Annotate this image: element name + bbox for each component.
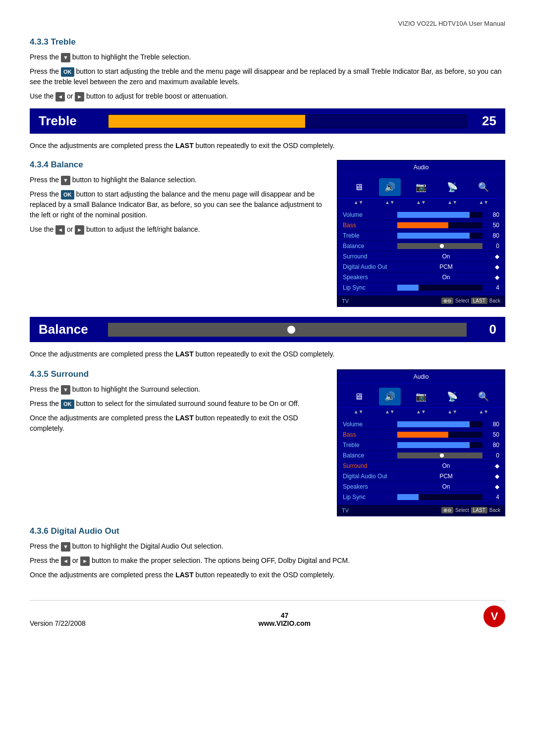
osd2-bar-volume: [397, 421, 482, 427]
osd2-arr-2: ▲▼: [385, 409, 395, 414]
btn-dao2b-icon: ►: [80, 556, 90, 566]
osd2-label-bass: Bass: [343, 431, 397, 438]
osd1-fill-treble: [397, 233, 470, 239]
treble-p2: Press the OK button to start adjusting t…: [30, 66, 505, 87]
osd2-fill-bass: [397, 432, 448, 438]
osd1-val-balance: 0: [485, 243, 499, 250]
osd1-icon-3: 📷: [410, 178, 432, 196]
osd1-footer-tv: TV: [342, 298, 349, 304]
osd2-icon-3: 📷: [410, 388, 432, 405]
btn-s2-icon: OK: [61, 400, 74, 409]
osd1-arr-4: ▲▼: [447, 200, 457, 205]
osd1-label-balance: Balance: [343, 243, 397, 250]
osd1-arr-3: ▲▼: [416, 200, 426, 205]
balance-bar-area: [108, 323, 467, 337]
btn-l2-icon: ◄: [55, 225, 65, 235]
osd-screenshot-1: Audio 🖥 🔊 📷 📡 🔍 ▲▼ ▲▼ ▲▼ ▲▼ ▲▼ Volume: [337, 160, 505, 307]
dao-p2: Press the ◄ or ► button to make the prop…: [30, 555, 505, 566]
section-balance-left: 4.3.4 Balance Press the ▼ button to high…: [30, 160, 325, 307]
osd2-footer-btns: ⊕⊖ Select LAST Back: [441, 507, 500, 513]
page-footer: Version 7/22/2008 47 www.VIZIO.com V: [30, 600, 505, 627]
osd-box-1: Audio 🖥 🔊 📷 📡 🔍 ▲▼ ▲▼ ▲▼ ▲▼ ▲▼ Volume: [337, 160, 505, 307]
osd1-fill-volume: [397, 212, 470, 218]
osd2-btn-last: LAST: [471, 507, 487, 513]
osd2-row-bass: Bass 50: [343, 430, 499, 440]
footer-website: www.VIZIO.com: [259, 619, 311, 627]
osd1-label-lipsync: Lip Sync: [343, 284, 397, 291]
osd2-footer: TV ⊕⊖ Select LAST Back: [338, 504, 504, 515]
btn-r2-icon: ►: [75, 225, 84, 235]
osd2-val-lipsync: 4: [485, 494, 499, 501]
section-dao-title: 4.3.6 Digital Audio Out: [30, 526, 505, 536]
osd2-row-lipsync: Lip Sync 4: [343, 492, 499, 503]
osd1-arr-dao: ◆: [495, 263, 499, 270]
osd1-text-dao: PCM: [397, 263, 495, 270]
osd2-label-surround: Surround: [343, 462, 397, 469]
section-dao: 4.3.6 Digital Audio Out Press the ▼ butt…: [30, 526, 505, 580]
osd2-text-surround: On: [397, 462, 495, 469]
osd2-header: Audio: [338, 370, 504, 384]
treble-after: Once the adjustments are completed press…: [30, 141, 505, 151]
osd1-footer: TV ⊕⊖ Select LAST Back: [338, 295, 504, 306]
osd2-row-surround: Surround On ◆: [343, 461, 499, 471]
osd2-val-bass: 50: [485, 431, 499, 438]
treble-bar-value: 25: [477, 113, 496, 129]
osd1-body: Volume 80 Bass 50 Treble: [338, 208, 504, 295]
btn-icon-2: OK: [61, 67, 74, 77]
osd1-arr-5: ▲▼: [479, 200, 488, 205]
osd1-icon-5: 🔍: [473, 178, 494, 196]
surround-p3: Once the adjustments are completed press…: [30, 413, 325, 434]
balance-p2: Press the OK button to start adjusting t…: [30, 189, 325, 220]
section-surround-left: 4.3.5 Surround Press the ▼ button to hig…: [30, 369, 325, 516]
osd2-fill-volume: [397, 421, 470, 427]
osd1-text-surround: On: [397, 253, 495, 260]
osd1-footer-btns: ⊕⊖ Select LAST Back: [441, 298, 500, 304]
balance-bar-value: 0: [477, 322, 496, 337]
osd2-btn-select: ⊕⊖: [441, 507, 453, 513]
osd1-icon-2: 🔊: [379, 178, 401, 196]
treble-bar-label: Treble: [39, 113, 98, 129]
osd2-label-volume: Volume: [343, 421, 397, 428]
osd1-val-lipsync: 4: [485, 284, 499, 291]
osd1-header: Audio: [338, 161, 504, 174]
osd2-dot-balance: [440, 454, 444, 457]
manual-title: VIZIO VO22L HDTV10A User Manual: [398, 20, 505, 27]
osd2-arrows-row: ▲▼ ▲▼ ▲▼ ▲▼ ▲▼: [338, 408, 504, 417]
osd1-row-balance: Balance 0: [343, 241, 499, 252]
osd2-text-speakers: On: [397, 483, 495, 490]
osd1-fill-lipsync: [397, 285, 419, 291]
footer-version: Version 7/22/2008: [30, 619, 86, 627]
osd1-bar-bass: [397, 222, 482, 228]
balance-p3: Use the ◄ or ► button to adjust the left…: [30, 224, 325, 235]
osd1-back-label: Back: [489, 298, 500, 303]
osd1-row-treble: Treble 80: [343, 231, 499, 241]
osd2-arr-surround: ◆: [495, 462, 499, 469]
osd-box-2: Audio 🖥 🔊 📷 📡 🔍 ▲▼ ▲▼ ▲▼ ▲▼ ▲▼ Volume: [337, 369, 505, 516]
osd1-row-volume: Volume 80: [343, 210, 499, 220]
vizio-logo: V: [483, 605, 505, 627]
osd2-row-balance: Balance 0: [343, 451, 499, 461]
osd2-label-speakers: Speakers: [343, 483, 397, 490]
treble-p3: Use the ◄ or ► button to adjust for treb…: [30, 91, 505, 101]
osd1-row-speakers: Speakers On ◆: [343, 272, 499, 283]
osd1-row-lipsync: Lip Sync 4: [343, 283, 499, 293]
osd1-row-dao: Digital Audio Out PCM ◆: [343, 262, 499, 272]
page-header: VIZIO VO22L HDTV10A User Manual: [30, 20, 505, 27]
btn-s1-icon: ▼: [61, 385, 70, 395]
osd1-label-speakers: Speakers: [343, 274, 397, 281]
section-surround-title: 4.3.5 Surround: [30, 369, 325, 379]
treble-p1: Press the ▼ button to highlight the Treb…: [30, 52, 505, 62]
osd2-icons-row: 🖥 🔊 📷 📡 🔍: [338, 384, 504, 408]
osd2-row-treble: Treble 80: [343, 440, 499, 451]
balance-bar-label: Balance: [39, 322, 98, 337]
osd2-val-volume: 80: [485, 421, 499, 428]
osd2-arr-dao: ◆: [495, 473, 499, 480]
osd2-back-label: Back: [489, 507, 500, 513]
osd2-row-volume: Volume 80: [343, 419, 499, 430]
section-balance-twocol: 4.3.4 Balance Press the ▼ button to high…: [30, 160, 505, 307]
dao-p1: Press the ▼ button to highlight the Digi…: [30, 541, 505, 552]
balance-dot-area: [108, 323, 467, 337]
osd2-row-speakers: Speakers On ◆: [343, 482, 499, 492]
treble-indicator-bar: Treble 25: [30, 108, 505, 134]
osd2-icon-2: 🔊: [379, 388, 401, 405]
